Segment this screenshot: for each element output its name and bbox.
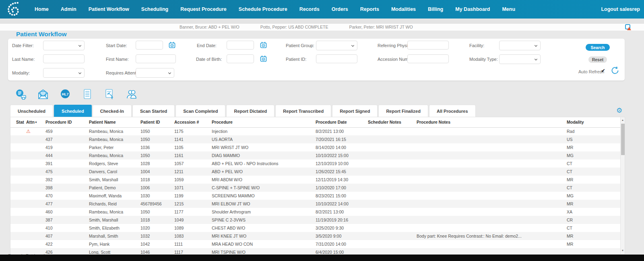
accession-number-input[interactable] [407,54,449,63]
procedure-notes-cell [415,160,565,168]
patient-id-cell: 1050 [139,135,173,143]
table-row[interactable]: ⚠ 419 Parker, Peter 1036 1105 MRI WRIST … [10,143,621,151]
accession-cell: 1111 [173,240,210,248]
last-name-input[interactable] [43,54,85,63]
patient-id-input[interactable] [316,54,357,63]
attn-cell: ⚠ [25,184,44,192]
nav-item[interactable]: Billing [428,6,443,12]
filter-panel: Date Filter: Start Date: End Date: Patie… [8,39,625,81]
nav-item[interactable]: Orders [332,6,348,12]
nav-item[interactable]: Request Procedure [180,6,227,12]
patients-icon[interactable] [126,89,137,100]
nav-item[interactable]: Home [35,6,49,12]
nav-item[interactable]: Patient Workflow [89,6,129,12]
workflow-tab[interactable]: Unscheduled [10,105,53,117]
scroll-down-icon[interactable]: ▼ [621,248,625,253]
table-row[interactable]: ⚠ 426 Long, Scott 1046 1117 MRI TSPINE W… [10,248,621,255]
date-of-birth-calendar-icon[interactable] [260,55,267,62]
workflow-tab[interactable]: Scan Started [132,105,175,117]
table-row[interactable]: ⚠ 407 Marshall, Smith 1032 1083 MRI KNEE… [10,232,621,240]
procedure-cell: Injection [210,127,314,135]
stat-cell [10,135,25,143]
requires-attention-select[interactable] [136,68,174,78]
nav-item[interactable]: Admin [61,6,76,12]
scheduler-notes-cell [366,248,415,255]
table-row[interactable]: ⚠ 475 Danvers, Carol 1004 1211 ABD + PEL… [10,168,621,176]
table-row[interactable]: ⚠ 398 Patient, Demo 1006 1071 C-SPINE + … [10,184,621,192]
table-row[interactable]: ⚠ 392 Smith, Marshall 1018 1059 MRI ABDM… [10,176,621,184]
workflow-tab[interactable]: Report Transcribed [275,105,331,117]
end-date-calendar-icon[interactable] [260,41,267,48]
procedure-date-cell: 6/4/2020 15:00 [314,248,366,255]
col-patient-id: Patient ID [139,117,173,127]
nav-item[interactable]: Menu [502,6,515,12]
end-date-input[interactable] [227,41,254,50]
table-row[interactable]: ⚠ 444 Rambeau, Monica 1050 1161 DIAG MAM… [10,151,621,160]
modality-cell: MR [565,240,621,248]
scheduler-notes-cell [366,184,415,192]
workflow-tab[interactable]: Checked-In [93,105,132,117]
date-filter-select[interactable] [43,41,85,50]
procedure-cell: SCREENING MAMMO [210,192,314,200]
email-icon[interactable] [37,89,49,100]
modality-type-select[interactable] [499,54,541,64]
patient-name-cell: Danvers, Carol [87,168,139,176]
patient-id-cell: 1042 [139,240,173,248]
nav-item[interactable]: Records [299,6,320,12]
col-attn[interactable]: Attn▼ [25,117,44,127]
workflow-tab[interactable]: All Procedures [429,105,476,117]
procedure-notes-cell [415,240,565,248]
sign-report-icon[interactable] [104,89,115,100]
start-date-calendar-icon[interactable] [169,41,175,48]
workflow-tab[interactable]: Scan Completed [175,105,225,117]
table-row[interactable]: ⚠ 460 Rambeau, Monica 1050 1177 Shoulder… [10,208,621,216]
table-row[interactable]: ⚠ 391 Rodgers, Steve 1028 1057 ABD + PEL… [10,160,621,168]
scheduler-notes-cell [366,176,415,184]
col-modality: Modality [565,117,621,127]
date-of-birth-input[interactable] [227,54,254,63]
scrollbar-thumb[interactable] [621,124,625,155]
search-button[interactable]: Search [586,44,610,51]
modality-select[interactable] [43,68,85,78]
nav-item[interactable]: Scheduling [141,6,168,12]
referring-physician-input[interactable] [407,41,449,50]
logout-button[interactable]: Logout salesrep [601,6,640,12]
workflow-tab[interactable]: Report Finalized [378,105,428,117]
reset-button[interactable]: Reset [588,56,607,63]
procedure-id-cell: 475 [44,168,87,176]
nav-item[interactable]: My Dashboard [455,6,490,12]
first-name-input[interactable] [136,54,176,63]
nav-item[interactable]: Modalities [391,6,416,12]
patient-id-cell: 1036 [139,143,173,151]
table-row[interactable]: ⚠ 459 Rambeau, Monica 1050 1175 Injectio… [10,127,621,135]
table-row[interactable]: ⚠ 477 Richards, Reid 456789456 1215 MRI … [10,200,621,208]
ticker-alert-icon[interactable] [625,24,630,29]
table-row[interactable]: ⚠ 437 Rambeau, Monica 1050 1141 US AORTA… [10,135,621,143]
nav-item[interactable]: Reports [360,6,379,12]
table-row[interactable]: ⚠ 387 Smith, Marshall 1018 1049 SPINE C … [10,216,621,224]
table-row[interactable]: ⚠ 422 Pym, Hank 1042 1111 MRA HEAD WO CO… [10,240,621,248]
workflow-tab[interactable]: Scheduled [54,105,92,117]
auto-refresh-checkbox[interactable]: ✔ [601,68,605,74]
accession-cell: 1117 [173,248,210,255]
facility-label: Facility: [469,43,484,48]
start-date-input[interactable] [136,41,163,50]
table-row[interactable]: ⚠ 410 Smith, Elizabeth 1020 1089 CHEST A… [10,224,621,232]
patient-name-cell: Pym, Hank [87,240,139,248]
workflow-tab[interactable]: Report Dictated [226,105,275,117]
procedure-notes-cell [415,135,565,143]
patient-id-cell: 1018 [139,176,173,184]
nav-item[interactable]: Schedule Procedure [239,6,287,12]
order-notes-icon[interactable] [82,89,93,100]
procedure-date-cell: 8/14/2020 14:00 [314,143,366,151]
workflow-tab[interactable]: Report Signed [332,105,378,117]
table-row[interactable]: ⚠ 470 Maximoff, Wanda 1030 1199 SCREENIN… [10,192,621,200]
table-settings-gear-icon[interactable]: ⚙ [616,107,622,114]
hl7-icon[interactable]: HL7 [60,89,71,100]
refresh-icon[interactable] [611,66,619,75]
table-scrollbar[interactable]: ▲ ▼ [620,117,625,254]
scroll-up-icon[interactable]: ▲ [621,117,625,123]
print-report-icon[interactable] [15,89,27,100]
patient-group-select[interactable] [316,41,357,50]
facility-select[interactable] [499,41,541,50]
